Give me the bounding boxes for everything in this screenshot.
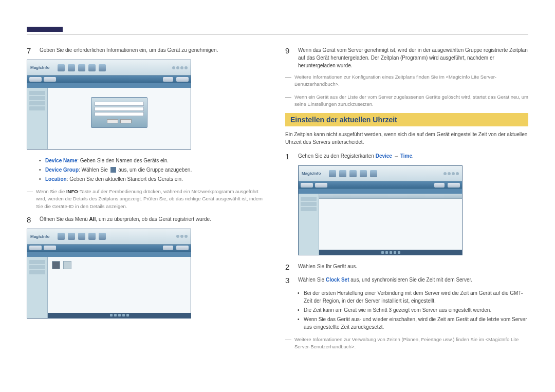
status-dot	[184, 235, 188, 238]
step-text-segment: Wählen Sie	[298, 277, 326, 283]
field-desc: : Geben Sie den aktuellen Standort des G…	[67, 176, 183, 182]
status-dot	[180, 66, 183, 69]
field-label: Device Name	[45, 158, 77, 163]
section-intro: Ein Zeitplan kann nicht ausgeführt werde…	[285, 130, 528, 146]
shot-main	[319, 194, 462, 255]
nav-icon	[339, 170, 346, 177]
shot-logo: MagicInfo	[302, 171, 321, 176]
nav-icon	[329, 170, 336, 177]
step-text-segment: Öffnen Sie das Menü	[40, 216, 89, 222]
toolbar-btn	[301, 183, 313, 188]
step-text: Wenn das Gerät vom Server genehmigt ist,…	[298, 46, 528, 69]
approve-dialog	[91, 97, 147, 128]
toolbar-btn	[44, 246, 56, 250]
info-key: INFO	[66, 189, 78, 194]
toolbar-btn	[29, 246, 42, 250]
field-desc-post: aus, um die Gruppe anzugeben.	[117, 167, 192, 173]
shot-subbar	[27, 83, 191, 88]
status-dot	[452, 172, 455, 175]
step-text: Öffnen Sie das Menü All, um zu überprüfe…	[40, 215, 211, 225]
shot-pager	[48, 313, 191, 318]
status-dot	[180, 235, 183, 238]
note-time-management: Weitere Informationen zur Verwaltung von…	[285, 336, 528, 351]
note-schedule-config: Weitere Informationen zur Konfiguration …	[285, 73, 528, 88]
section-heading-time: Einstellen der aktuellen Uhrzeit	[285, 113, 528, 126]
step-number: 1	[285, 152, 293, 161]
status-dot	[184, 66, 188, 69]
shot-logo: MagicInfo	[30, 234, 49, 239]
nav-icon	[99, 233, 106, 240]
header-divider	[27, 34, 528, 34]
shot-logo: MagicInfo	[30, 65, 49, 70]
shot-sidebar	[299, 194, 319, 255]
step-text-segment: , um zu überprüfen, ob das Gerät registr…	[96, 216, 211, 222]
toolbar-btn	[29, 77, 42, 82]
toolbar-btn	[176, 246, 189, 250]
nav-icon	[370, 170, 377, 177]
device-thumb	[63, 261, 71, 269]
shot-sidebar	[27, 257, 48, 318]
bullet-location: • Location: Geben Sie den aktuellen Stan…	[39, 175, 270, 183]
nav-icon	[349, 170, 357, 177]
status-dot	[456, 172, 459, 175]
step-text: Gehen Sie zu den Registerkarten Device→T…	[298, 152, 414, 161]
left-column: 7 Geben Sie die erforderlichen Informati…	[27, 46, 270, 356]
step-text-segment: .	[412, 153, 414, 159]
step-8: 8 Öffnen Sie das Menü All, um zu überprü…	[27, 215, 270, 225]
step-number: 9	[285, 46, 293, 69]
step-text-segment: aus, und synchronisieren Sie die Zeit mi…	[349, 277, 473, 283]
screenshot-approve-device: MagicInfo	[27, 60, 191, 150]
clock-set: Clock Set	[326, 277, 349, 283]
step-text-segment: Gehen Sie zu den Registerkarten	[298, 153, 376, 159]
step-number: 8	[27, 215, 34, 225]
step-number: 7	[27, 46, 34, 55]
status-dot	[176, 66, 179, 69]
shot-pager	[319, 250, 462, 255]
toolbar-btn	[434, 183, 445, 188]
menu-all: All	[89, 216, 96, 222]
note-device-delete: Wenn ein Gerät aus der Liste der vom Ser…	[285, 94, 528, 108]
toolbar-btn	[44, 77, 56, 82]
field-label: Device Group	[45, 167, 79, 173]
bullet-item: • Die Zeit kann am Gerät wie in Schritt …	[298, 306, 528, 314]
step-9: 9 Wenn das Gerät vom Server genehmigt is…	[285, 46, 528, 69]
page-content: 7 Geben Sie die erforderlichen Informati…	[27, 46, 528, 356]
tab-device: Device	[376, 153, 392, 159]
header-accent	[27, 27, 63, 32]
status-dot	[172, 66, 175, 69]
nav-icon	[360, 170, 367, 177]
nav-icon	[88, 233, 96, 240]
nav-icon	[78, 64, 85, 71]
screenshot-device-list: MagicInfo	[27, 229, 191, 319]
note-info-button: Wenn Sie die INFO-Taste auf der Fernbedi…	[27, 188, 270, 210]
step-text: Wählen Sie Ihr Gerät aus.	[298, 263, 357, 272]
step-text: Wählen Sie Clock Set aus, und synchronis…	[298, 276, 472, 285]
shot-toolbar	[27, 76, 191, 83]
status-dot	[448, 172, 451, 175]
note-text-segment: Wenn Sie die	[36, 189, 66, 194]
tab-time: Time	[400, 153, 412, 159]
nav-icon	[58, 233, 65, 240]
toolbar-btn	[315, 183, 327, 188]
bullet-item: • Wenn Sie das Gerät aus- und wieder ein…	[298, 315, 528, 331]
nav-icon	[88, 64, 96, 71]
screenshot-time-tab: MagicInfo	[298, 165, 462, 255]
field-desc: : Geben Sie den Namen des Geräts ein.	[77, 158, 169, 163]
nav-icon	[68, 233, 75, 240]
step-1: 1 Gehen Sie zu den Registerkarten Device…	[285, 152, 528, 161]
field-label: Location	[45, 176, 67, 182]
time-bullets: • Bei der ersten Herstellung einer Verbi…	[298, 289, 528, 331]
browse-icon	[110, 167, 116, 173]
nav-icon	[99, 64, 106, 71]
step-7: 7 Geben Sie die erforderlichen Informati…	[27, 46, 270, 55]
step-3: 3 Wählen Sie Clock Set aus, und synchron…	[285, 276, 528, 285]
shot-subbar	[27, 252, 191, 257]
step-number: 3	[285, 276, 293, 285]
nav-icon	[58, 64, 65, 71]
toolbar-btn	[163, 77, 173, 82]
shot-header: MagicInfo	[27, 229, 191, 245]
nav-icon	[78, 233, 85, 240]
status-dot	[176, 235, 179, 238]
toolbar-btn	[163, 246, 173, 250]
shot-main	[48, 88, 191, 149]
